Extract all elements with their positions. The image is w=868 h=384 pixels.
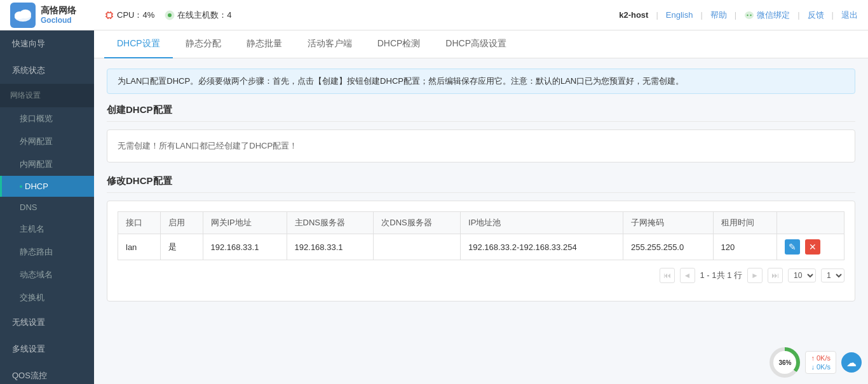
wan-config-label: 外网配置 (20, 136, 53, 147)
logo-zh: 高恪网络 (41, 5, 76, 16)
cell-secondary-dns (374, 234, 461, 260)
sidebar-item-dynamic-dns[interactable]: 动态域名 (0, 263, 94, 286)
create-section: 创建DHCP配置 无需创建！所有LAN口都已经创建了DHCP配置！ (107, 104, 855, 162)
col-lease-time: 租用时间 (713, 212, 777, 234)
wechat-label: 微信绑定 (757, 10, 790, 21)
gocloud-quick-button[interactable]: ☁ (841, 352, 862, 373)
sidebar-item-system-status[interactable]: 系统状态 (0, 57, 94, 84)
cpu-label: CPU：4% (117, 10, 154, 21)
col-primary-dns: 主DNS服务器 (287, 212, 374, 234)
network-stats: ↑ 0K/s ↓ 0K/s (805, 351, 836, 374)
cpu-percent-label: 36% (773, 351, 796, 374)
tab-static-allocation[interactable]: 静态分配 (173, 30, 234, 58)
svg-point-3 (20, 10, 31, 18)
per-page-select[interactable]: 102050 (788, 268, 816, 282)
lan-config-label: 内网配置 (20, 159, 53, 170)
bottom-status-bar: 36% ↑ 0K/s ↓ 0K/s ☁ (770, 347, 862, 378)
modify-section-block: 接口 启用 网关IP地址 主DNS服务器 次DNS服务器 IP地址池 子网掩码 … (107, 201, 855, 301)
online-icon (165, 10, 175, 20)
tab-dhcp-settings[interactable]: DHCP设置 (104, 30, 173, 58)
pagination-info: 1 - 1共 1 行 (700, 270, 742, 281)
multiline-label: 多线设置 (12, 343, 45, 355)
sidebar-item-qos[interactable]: QOS流控 (0, 362, 94, 384)
col-enabled: 启用 (160, 212, 203, 234)
next-page-button[interactable]: ► (747, 268, 763, 283)
hostname-label: 主机名 (20, 223, 44, 235)
col-ip-pool: IP地址池 (461, 212, 623, 234)
svg-point-18 (750, 14, 752, 15)
dhcp-table: 接口 启用 网关IP地址 主DNS服务器 次DNS服务器 IP地址池 子网掩码 … (118, 211, 844, 260)
sidebar-item-dns[interactable]: DNS (0, 197, 94, 218)
sidebar-item-static-route[interactable]: 静态路由 (0, 241, 94, 263)
table-row: lan 是 192.168.33.1 192.168.33.1 192.168.… (118, 234, 844, 260)
network-settings-label: 网络设置 (10, 90, 41, 101)
logo-text: 高恪网络 Gocloud (41, 5, 76, 25)
sidebar-item-hostname[interactable]: 主机名 (0, 218, 94, 241)
page-number-select[interactable]: 1 (821, 268, 844, 282)
svg-point-4 (15, 14, 20, 19)
hostname: k2-host (619, 10, 648, 20)
svg-point-15 (168, 13, 172, 17)
system-status-label: 系统状态 (12, 65, 45, 76)
online-label: 在线主机数：4 (177, 10, 231, 21)
sidebar-item-dhcp[interactable]: DHCP (0, 176, 94, 197)
sidebar-item-interface-overview[interactable]: 接口概览 (0, 107, 94, 130)
logout-link[interactable]: 退出 (841, 10, 858, 21)
sidebar-item-lan-config[interactable]: 内网配置 (0, 153, 94, 176)
svg-point-16 (745, 11, 754, 19)
tab-dhcp-advanced[interactable]: DHCP高级设置 (433, 30, 519, 58)
tab-static-batch[interactable]: 静态批量 (234, 30, 295, 58)
cpu-stat: CPU：4% (104, 10, 154, 21)
online-stat: 在线主机数：4 (165, 10, 231, 21)
modify-section: 修改DHCP配置 接口 启用 网关IP地址 主DNS服务器 次DNS服务器 IP… (107, 175, 855, 301)
cell-primary-dns: 192.168.33.1 (287, 234, 374, 260)
last-page-button[interactable]: ⏭ (768, 268, 783, 283)
help-link[interactable]: 帮助 (710, 10, 727, 21)
create-section-title: 创建DHCP配置 (107, 104, 855, 122)
switch-label: 交换机 (20, 292, 44, 303)
sidebar-item-switch[interactable]: 交换机 (0, 286, 94, 309)
col-gateway-ip: 网关IP地址 (203, 212, 287, 234)
feedback-link[interactable]: 反馈 (808, 10, 824, 21)
header-stats: CPU：4% 在线主机数：4 (104, 10, 619, 21)
wireless-label: 无线设置 (12, 317, 45, 328)
net-download-stat: ↓ 0K/s (811, 363, 831, 371)
tab-dhcp-detection[interactable]: DHCP检测 (365, 30, 433, 58)
svg-point-17 (747, 14, 749, 15)
pagination-bar: ⏮ ◄ 1 - 1共 1 行 ► ⏭ 102050 1 (118, 260, 844, 291)
wechat-bind-button[interactable]: 微信绑定 (744, 10, 790, 21)
dhcp-label: DHCP (25, 182, 48, 191)
table-header-row: 接口 启用 网关IP地址 主DNS服务器 次DNS服务器 IP地址池 子网掩码 … (118, 212, 844, 234)
logo-icon (10, 3, 36, 28)
net-upload-stat: ↑ 0K/s (811, 354, 831, 362)
edit-button[interactable]: ✎ (785, 239, 800, 255)
first-page-button[interactable]: ⏮ (660, 268, 675, 283)
cell-interface: lan (118, 234, 161, 260)
table-header: 接口 启用 网关IP地址 主DNS服务器 次DNS服务器 IP地址池 子网掩码 … (118, 212, 844, 234)
col-subnet-mask: 子网掩码 (623, 212, 714, 234)
sidebar-item-wireless[interactable]: 无线设置 (0, 309, 94, 336)
prev-page-button[interactable]: ◄ (680, 268, 695, 283)
quick-guide-label: 快速向导 (12, 38, 45, 50)
sidebar-group-network: 网络设置 (0, 84, 94, 107)
static-route-label: 静态路由 (20, 246, 53, 258)
main-layout: 快速向导 系统状态 网络设置 接口概览 外网配置 内网配置 DHCP DNS 主… (0, 30, 868, 384)
sidebar-item-wan-config[interactable]: 外网配置 (0, 130, 94, 153)
col-actions (777, 212, 844, 234)
cell-ip-pool: 192.168.33.2-192.168.33.254 (461, 234, 623, 260)
sidebar-item-multiline[interactable]: 多线设置 (0, 336, 94, 362)
modify-section-title: 修改DHCP配置 (107, 175, 855, 193)
logo-en: Gocloud (41, 16, 76, 25)
interface-overview-label: 接口概览 (20, 113, 53, 124)
delete-button[interactable]: ✕ (805, 239, 820, 255)
sidebar-item-quick-guide[interactable]: 快速向导 (0, 30, 94, 57)
tab-active-clients[interactable]: 活动客户端 (295, 30, 365, 58)
qos-label: QOS流控 (12, 370, 47, 381)
cpu-usage-circle: 36% (770, 347, 800, 378)
info-text: 为LAN口配置DHCP。必须要做两个步骤：首先，点击【创建】按钮创建DHCP配置… (118, 76, 684, 86)
col-interface: 接口 (118, 212, 161, 234)
language-switcher[interactable]: English (666, 10, 693, 20)
no-create-message: 无需创建！所有LAN口都已经创建了DHCP配置！ (107, 129, 855, 162)
cell-actions: ✎ ✕ (777, 234, 844, 260)
cell-subnet-mask: 255.255.255.0 (623, 234, 714, 260)
